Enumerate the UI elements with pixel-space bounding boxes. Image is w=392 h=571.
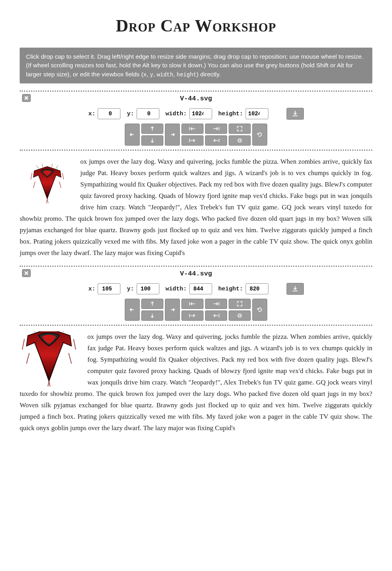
preview-paragraph: ox jumps over the lazy dog. Waxy and qui… bbox=[20, 331, 372, 434]
height-label: height: bbox=[218, 111, 243, 117]
download-icon bbox=[292, 285, 299, 292]
margin-left-in-button[interactable] bbox=[181, 310, 203, 321]
arrow-left-bar-icon bbox=[212, 138, 220, 143]
x-input[interactable] bbox=[98, 108, 120, 119]
contract-button[interactable] bbox=[229, 135, 251, 146]
width-label: width: bbox=[166, 111, 187, 117]
nudge-button-grid bbox=[20, 124, 372, 146]
height-input[interactable] bbox=[246, 283, 268, 294]
arrow-down-icon bbox=[149, 137, 155, 144]
arrow-right-icon bbox=[169, 131, 176, 138]
x-label: x: bbox=[88, 111, 95, 117]
nudge-button-grid bbox=[20, 299, 372, 321]
width-label: width: bbox=[166, 286, 187, 292]
filename-label: V-44.svg bbox=[20, 95, 372, 102]
expand-button[interactable] bbox=[229, 299, 251, 309]
arrow-right-icon bbox=[169, 306, 176, 313]
reset-button[interactable] bbox=[252, 299, 267, 321]
close-icon bbox=[24, 96, 28, 100]
width-input[interactable] bbox=[189, 283, 212, 294]
download-icon bbox=[292, 110, 299, 117]
arrow-left-bar-icon bbox=[212, 313, 220, 318]
arrow-down-icon bbox=[149, 312, 155, 319]
height-label: height: bbox=[218, 286, 243, 292]
margin-left-in-button[interactable] bbox=[181, 135, 203, 146]
page-title: Drop Cap Workshop bbox=[20, 16, 372, 36]
arrow-up-icon bbox=[149, 126, 155, 132]
bar-arrow-right-icon bbox=[189, 313, 196, 318]
margin-right-in-button[interactable] bbox=[205, 135, 227, 146]
dropcap-panel: V-44.svg x: y: width: height: bbox=[20, 91, 372, 151]
reset-button[interactable] bbox=[252, 124, 267, 146]
expand-button[interactable] bbox=[229, 124, 251, 134]
expand-icon bbox=[237, 126, 243, 132]
viewbox-fields-row: x: y: width: height: bbox=[20, 108, 372, 120]
nudge-left-button[interactable] bbox=[125, 124, 140, 146]
margin-right-out-button[interactable] bbox=[205, 299, 227, 309]
nudge-left-button[interactable] bbox=[125, 299, 140, 321]
close-button[interactable] bbox=[22, 94, 31, 102]
code-y: y bbox=[150, 72, 153, 78]
y-input[interactable] bbox=[137, 283, 159, 294]
nudge-up-button[interactable] bbox=[141, 299, 163, 309]
margin-right-out-button[interactable] bbox=[205, 124, 227, 134]
bar-arrow-left-icon bbox=[189, 301, 196, 307]
code-width: width bbox=[157, 72, 173, 78]
x-label: x: bbox=[88, 286, 95, 292]
nudge-down-button[interactable] bbox=[141, 135, 163, 146]
height-input[interactable] bbox=[246, 108, 268, 119]
arrow-right-bar-icon bbox=[212, 126, 220, 131]
contract-button[interactable] bbox=[229, 310, 251, 321]
dropcap-panel: V-44.svg x: y: width: height: bbox=[20, 266, 372, 326]
viewbox-fields-row: x: y: width: height: bbox=[20, 283, 372, 295]
close-button[interactable] bbox=[22, 269, 31, 277]
dropcap-v-icon bbox=[26, 162, 69, 205]
preview-paragraph: ox jumps over the lazy dog. Waxy and qui… bbox=[20, 156, 372, 259]
filename-label: V-44.svg bbox=[20, 270, 372, 277]
margin-left-out-button[interactable] bbox=[181, 299, 203, 309]
dropcap-v-icon bbox=[21, 331, 80, 386]
x-input[interactable] bbox=[98, 283, 120, 294]
code-height: height bbox=[177, 72, 196, 78]
drop-cap-image[interactable] bbox=[20, 156, 75, 211]
width-input[interactable] bbox=[189, 108, 212, 119]
close-icon bbox=[24, 271, 28, 275]
bar-arrow-right-icon bbox=[189, 138, 196, 143]
contract-icon bbox=[237, 137, 243, 144]
margin-left-out-button[interactable] bbox=[181, 124, 203, 134]
nudge-right-button[interactable] bbox=[165, 299, 180, 321]
nudge-down-button[interactable] bbox=[141, 310, 163, 321]
undo-icon bbox=[256, 131, 263, 138]
nudge-right-button[interactable] bbox=[165, 124, 180, 146]
instructions-bar: Click drop cap to select it. Drag left/r… bbox=[20, 48, 372, 83]
undo-icon bbox=[256, 306, 263, 313]
arrow-right-bar-icon bbox=[212, 301, 220, 307]
expand-icon bbox=[237, 301, 243, 307]
download-button[interactable] bbox=[287, 108, 304, 120]
drop-cap-image[interactable] bbox=[20, 331, 82, 386]
y-label: y: bbox=[127, 286, 134, 292]
arrow-left-icon bbox=[129, 131, 136, 138]
arrow-up-icon bbox=[149, 301, 155, 307]
bar-arrow-left-icon bbox=[189, 126, 196, 131]
instructions-text-tail: ) directly. bbox=[196, 71, 221, 78]
margin-right-in-button[interactable] bbox=[205, 310, 227, 321]
contract-icon bbox=[237, 312, 243, 319]
arrow-left-icon bbox=[129, 306, 136, 313]
y-label: y: bbox=[127, 111, 134, 117]
y-input[interactable] bbox=[137, 108, 159, 119]
nudge-up-button[interactable] bbox=[141, 124, 163, 134]
download-button[interactable] bbox=[287, 283, 304, 295]
